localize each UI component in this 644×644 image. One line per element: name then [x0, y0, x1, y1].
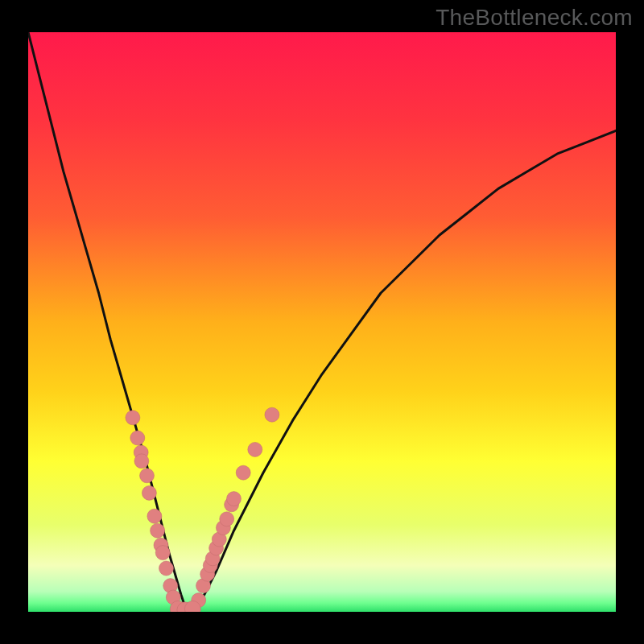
marker-dot — [155, 546, 170, 560]
marker-dot — [227, 492, 242, 506]
chart-area — [28, 32, 616, 612]
marker-dot — [236, 465, 250, 480]
bottleneck-chart-svg — [28, 32, 616, 612]
marker-dot — [220, 512, 234, 526]
marker-dot — [140, 469, 155, 483]
marker-dot — [130, 431, 145, 445]
marker-dot — [265, 407, 279, 422]
marker-dot — [147, 509, 162, 523]
marker-dot — [248, 442, 262, 456]
marker-dot — [159, 561, 174, 576]
marker-dot — [142, 485, 156, 500]
outer-frame: TheBottleneck.com — [0, 0, 644, 644]
watermark-text: TheBottleneck.com — [436, 5, 633, 31]
marker-dot — [126, 411, 140, 425]
marker-dot — [151, 523, 165, 538]
marker-dot — [134, 454, 149, 469]
chart-background — [28, 32, 616, 612]
